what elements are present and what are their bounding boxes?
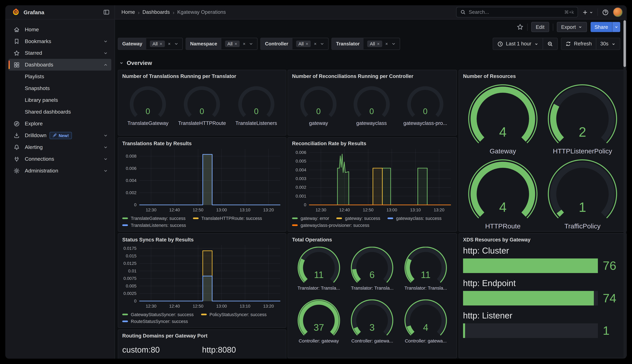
gauge-label: gatewayclass [356,120,387,126]
sidebar-item-explore[interactable]: Explore [9,118,111,130]
panel-title[interactable]: Total Operations [292,237,453,243]
legend-swatch [292,218,298,219]
gauge-gateway: 0gateway [297,86,340,126]
gauge-trafficpolicy: 1TrafficPolicy [545,159,620,230]
panel-title[interactable]: Number of Translations Running per Trans… [122,74,282,79]
remove-tag-icon[interactable]: × [305,41,308,46]
svg-text:0.006: 0.006 [295,150,306,155]
gauge-label: TrafficPolicy [564,222,600,230]
clear-filter-icon[interactable]: × [314,41,317,46]
bar-track [463,324,598,338]
svg-text:13:10: 13:10 [240,304,250,308]
zoom-out-button[interactable] [543,38,557,50]
time-range-picker[interactable]: Last 1 hour [493,38,543,50]
filter-selected-tag[interactable]: All× [225,40,240,47]
sidebar-item-label: Dashboards [25,62,53,68]
breadcrumb-item-kgateway-operations[interactable]: Kgateway Operations [177,9,226,15]
remove-tag-icon[interactable]: × [377,41,380,46]
chevron-down-icon [119,60,124,65]
panel-title[interactable]: Number of Reconciliations Running per Co… [292,74,453,79]
svg-text:12:30: 12:30 [146,304,156,308]
sidebar-item-dashboards[interactable]: Dashboards [9,59,111,71]
panel-title[interactable]: Routing Domains per Gateway Port [122,333,282,339]
svg-text:0.005: 0.005 [295,159,306,164]
filter-selected-tag[interactable]: All× [296,40,311,47]
panel-title[interactable]: Translations Rate by Results [122,141,282,146]
help-icon[interactable] [602,9,609,16]
sidebar-item-playlists[interactable]: Playlists [9,71,111,82]
svg-text:0.015: 0.015 [126,254,137,258]
edit-button[interactable]: Edit [531,22,549,32]
dock-sidebar-icon[interactable] [103,9,110,16]
star-icon [13,50,20,56]
panel-title[interactable]: Reconciliation Rate by Results [292,141,453,146]
breadcrumb-separator-icon: › [173,9,174,15]
sidebar-item-administration[interactable]: Administration [9,165,111,176]
share-button[interactable]: Share [590,22,612,32]
bar-gauge-group: http: Cluster 76 http: Endpoint 74 http:… [463,246,622,338]
gauge-label: TranslateGateway [127,120,168,126]
sidebar-item-home[interactable]: Home [9,24,111,35]
panel-title[interactable]: XDS Resources by Gateway [463,237,622,243]
filter-selected-tag[interactable]: All× [150,40,165,47]
filter-translator[interactable]: Translator All× × [332,38,400,50]
sidebar-item-alerting[interactable]: Alerting [9,141,111,153]
scrollbar-thumb[interactable] [623,20,626,67]
clear-filter-icon[interactable]: × [243,41,246,46]
legend-item-policystatussyncer-success[interactable]: PolicyStatusSyncer: success [201,312,266,317]
gauge-value: 11 [314,270,324,280]
legend-item-gatewayclass-success[interactable]: gatewayclass: success [388,216,442,221]
refresh-interval-select[interactable]: 30s [596,38,620,50]
sidebar-item-starred[interactable]: Starred [9,47,111,59]
time-controls: Last 1 hour Refresh 30s [493,38,620,50]
panel-reconciliation-rate: Reconciliation Rate by Results 00.0010.0… [288,137,457,232]
favorite-star-icon[interactable] [517,24,524,30]
legend-item-translategateway-success[interactable]: TranslateGateway: success [122,216,186,221]
remove-tag-icon[interactable]: × [234,41,237,46]
filter-namespace[interactable]: Namespace All× × [186,38,258,50]
chevron-down-icon [103,144,108,150]
legend-item-translatelisteners-success[interactable]: TranslateListeners: success [122,223,186,228]
sidebar-item-connections[interactable]: Connections [9,153,111,165]
bar-gauge-http-endpoint: http: Endpoint 74 [463,278,622,306]
search-field[interactable] [469,9,564,15]
panel-title[interactable]: Number of Resources [463,74,622,79]
legend-item-gateway-error[interactable]: gateway: error [292,216,329,221]
legend-item-translatehttproute-success[interactable]: TranslateHTTPRoute: success [193,216,262,221]
refresh-button[interactable]: Refresh [561,38,596,50]
svg-text:12:50: 12:50 [193,208,203,212]
stat-values: custom:80 http:8080 [122,345,282,354]
legend-item-gatewaystatussyncer-success[interactable]: GatewayStatusSyncer: success [122,312,194,317]
gauge-arc: 1 [545,159,620,221]
legend-item-gateway-success[interactable]: gateway: success [337,216,380,221]
add-new-button[interactable] [582,9,593,15]
sidebar-item-bookmarks[interactable]: Bookmarks [9,35,111,47]
search-input[interactable]: ⌘+k [456,7,578,18]
sidebar-item-snapshots[interactable]: Snapshots [9,82,111,94]
chevron-down-icon [249,41,253,46]
top-nav: Grafana Home›Dashboards›Kgateway Operati… [5,5,627,20]
chevron-up-icon [103,62,108,67]
export-button[interactable]: Export [557,22,587,32]
user-avatar[interactable] [613,7,623,17]
filter-selected-tag[interactable]: All× [367,40,382,47]
sidebar-item-shared-dashboards[interactable]: Shared dashboards [9,106,111,118]
filter-controller[interactable]: Controller All× × [260,38,329,50]
gauge-translategateway: 0TranslateGateway [127,86,169,126]
grafana-logo[interactable] [12,8,20,16]
clear-filter-icon[interactable]: × [168,41,171,46]
row-overview-toggle[interactable]: Overview [119,60,152,66]
sidebar-item-library-panels[interactable]: Library panels [9,94,111,106]
breadcrumb-item-dashboards[interactable]: Dashboards [142,9,170,15]
clear-filter-icon[interactable]: × [385,41,388,46]
legend-item-routestatussyncer-success[interactable]: RouteStatusSyncer: success [122,319,188,324]
sidebar-item-drilldown[interactable]: DrilldownNew! [9,130,111,141]
chevron-down-icon [103,168,108,173]
panel-title[interactable]: Status Syncs Rate by Results [122,237,282,243]
breadcrumb-item-home[interactable]: Home [121,9,135,15]
filter-gateway[interactable]: Gateway All× × [118,38,183,50]
bar-label: http: Endpoint [463,278,622,288]
share-caret[interactable] [612,22,620,32]
legend-item-gatewayclass-provisioner-success[interactable]: gatewayclass-provisioner: success [292,223,369,228]
remove-tag-icon[interactable]: × [160,41,162,46]
